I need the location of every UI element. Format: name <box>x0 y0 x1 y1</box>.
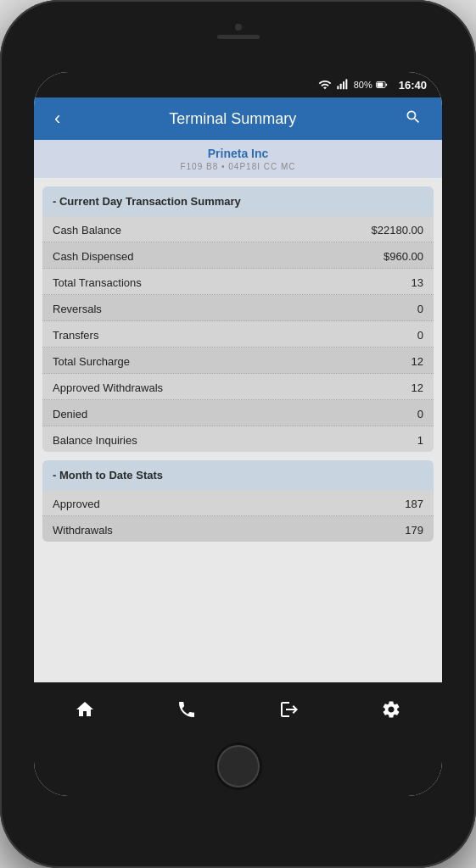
row-denied: Denied 0 <box>42 400 434 426</box>
row-total-transactions: Total Transactions 13 <box>42 269 434 295</box>
status-time: 16:40 <box>399 79 427 92</box>
row-cash-dispensed: Cash Dispensed $960.00 <box>42 242 434 269</box>
label-total-transactions: Total Transactions <box>53 276 142 289</box>
status-bar: 80% 16:40 <box>34 72 442 97</box>
svg-rect-5 <box>377 82 383 86</box>
value-withdrawals: 179 <box>405 524 423 537</box>
signal-icon <box>336 78 350 92</box>
top-bar <box>217 24 260 39</box>
value-total-surcharge: 12 <box>412 355 423 368</box>
value-cash-balance: $22180.00 <box>372 224 423 236</box>
svg-rect-3 <box>345 79 347 89</box>
label-approved-withdrawals: Approved Withdrawals <box>53 381 163 394</box>
content-area[interactable]: - Current Day Transaction Summary Cash B… <box>34 178 442 682</box>
row-cash-balance: Cash Balance $22180.00 <box>42 216 434 242</box>
value-approved-withdrawals: 12 <box>412 381 423 394</box>
nav-logout[interactable] <box>266 694 313 725</box>
phone-icon <box>176 699 197 720</box>
current-day-card: Cash Balance $22180.00 Cash Dispensed $9… <box>42 216 434 452</box>
wifi-icon <box>318 78 332 92</box>
value-balance-inquiries: 1 <box>417 434 423 447</box>
search-button[interactable] <box>398 105 428 133</box>
battery-indicator: 80% <box>354 79 389 91</box>
speaker <box>217 35 260 39</box>
month-stats-header: - Month to Date Stats <box>42 460 434 490</box>
svg-rect-6 <box>385 84 386 86</box>
logout-icon <box>279 699 300 720</box>
search-icon <box>405 108 422 125</box>
value-transfers: 0 <box>417 329 423 342</box>
back-button[interactable]: ‹ <box>48 104 67 133</box>
company-bar: Prineta Inc F109 B8 • 04P18I CC MC <box>34 140 442 178</box>
value-denied: 0 <box>417 408 423 420</box>
nav-settings[interactable] <box>367 694 415 725</box>
label-cash-dispensed: Cash Dispensed <box>53 250 133 263</box>
home-icon <box>75 699 95 720</box>
label-reversals: Reversals <box>53 303 102 315</box>
status-icons: 80% 16:40 <box>318 78 427 92</box>
phone-screen: 80% 16:40 ‹ Terminal Summary <box>34 72 442 796</box>
row-total-surcharge: Total Surcharge 12 <box>42 348 434 374</box>
label-cash-balance: Cash Balance <box>53 224 121 236</box>
month-stats-card: Approved 187 Withdrawals 179 <box>42 490 434 542</box>
label-approved: Approved <box>53 498 100 510</box>
company-id: F109 B8 • 04P18I CC MC <box>48 162 428 171</box>
settings-icon <box>381 699 401 720</box>
row-balance-inquiries: Balance Inquiries 1 <box>42 426 434 452</box>
battery-icon <box>374 79 389 91</box>
bottom-nav <box>34 682 442 737</box>
phone-frame: 80% 16:40 ‹ Terminal Summary <box>0 0 476 868</box>
nav-home[interactable] <box>61 694 109 725</box>
value-approved: 187 <box>405 498 423 510</box>
row-reversals: Reversals 0 <box>42 295 434 321</box>
value-cash-dispensed: $960.00 <box>384 250 423 263</box>
label-total-surcharge: Total Surcharge <box>53 355 130 368</box>
row-withdrawals: Withdrawals 179 <box>42 516 434 542</box>
row-approved-withdrawals: Approved Withdrawals 12 <box>42 374 434 400</box>
label-transfers: Transfers <box>53 329 98 342</box>
camera <box>235 24 242 31</box>
label-balance-inquiries: Balance Inquiries <box>53 434 137 447</box>
label-denied: Denied <box>53 408 87 420</box>
svg-rect-2 <box>343 81 344 89</box>
header-title: Terminal Summary <box>169 110 296 128</box>
company-name: Prineta Inc <box>48 147 428 160</box>
row-transfers: Transfers 0 <box>42 321 434 348</box>
home-button-area <box>34 737 442 796</box>
svg-rect-0 <box>337 86 339 89</box>
svg-rect-1 <box>339 84 341 90</box>
row-approved: Approved 187 <box>42 490 434 516</box>
value-reversals: 0 <box>417 303 423 315</box>
app-header: ‹ Terminal Summary <box>34 97 442 140</box>
nav-phone[interactable] <box>163 694 210 725</box>
value-total-transactions: 13 <box>412 276 423 289</box>
home-button[interactable] <box>217 745 260 787</box>
label-withdrawals: Withdrawals <box>53 524 113 537</box>
current-day-header: - Current Day Transaction Summary <box>42 186 434 216</box>
battery-text: 80% <box>354 80 372 90</box>
